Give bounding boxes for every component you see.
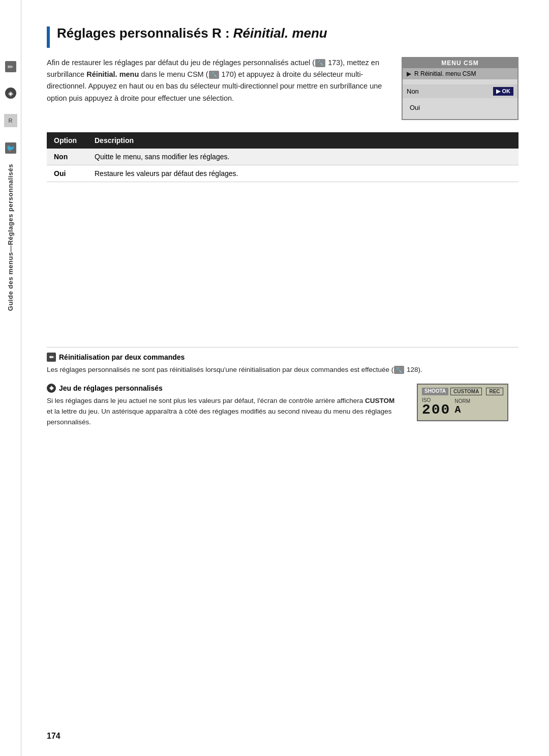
body-area: Afin de restaurer les réglages par défau… — [47, 57, 518, 120]
ref-icon-173: 🔧 — [315, 59, 325, 67]
camera-screen-menuitem-text: R Réinitial. menu CSM — [414, 70, 476, 77]
note1-text: Les réglages personnalisés ne sont pas r… — [47, 365, 518, 375]
lcd-tab-shoota: SHOOTA — [422, 388, 448, 395]
ok-button[interactable]: ▶ OK — [493, 87, 513, 96]
lcd-digits: 200 — [422, 403, 450, 417]
body-paragraph: Afin de restaurer les réglages par défau… — [47, 57, 386, 120]
camera-screen-arrow: ▶ — [407, 70, 411, 77]
note1-title-text: Réinitialisation par deux commandes — [59, 353, 185, 361]
table-col-option: Option — [47, 132, 87, 149]
table-cell-option-non: Non — [47, 149, 87, 165]
camera-screen-menu-item: ▶ R Réinitial. menu CSM — [403, 68, 517, 79]
camera-icon: ◈ — [47, 384, 56, 393]
camera-screen-non-row: Non ▶ OK — [403, 84, 517, 98]
lcd-right-col: NORM A — [454, 398, 470, 416]
title-text: Réglages personnalisés R : — [57, 25, 233, 41]
sidebar: ✏ ◈ R 🐦 Guide des menus—Réglages personn… — [0, 0, 21, 756]
lcd-norm-label: NORM — [454, 398, 470, 404]
note2-title-text: Jeu de réglages personnalisés — [59, 384, 163, 392]
table-cell-desc-oui: Restaure les valeurs par défaut des régl… — [87, 165, 518, 182]
main-content: Réglages personnalisés R : Réinitial. me… — [21, 0, 549, 756]
note1-title: ✏ Réinitialisation par deux commandes — [47, 353, 518, 362]
camera-screen-body: Non ▶ OK Oui — [403, 79, 517, 119]
content-spacer — [47, 194, 518, 337]
note2-text1: Si les réglages dans le jeu actuel ne so… — [47, 397, 365, 404]
table-cell-desc-non: Quitte le menu, sans modifier les réglag… — [87, 149, 518, 165]
option-name-non: Non — [54, 153, 68, 161]
camera-screen-oui: Oui — [410, 104, 420, 111]
option-name-oui: Oui — [54, 169, 66, 178]
page-number: 174 — [47, 732, 60, 741]
title-section: Réglages personnalisés R : Réinitial. me… — [47, 25, 518, 48]
body-ref1: 173 — [328, 59, 340, 67]
note1-text-end: ). — [418, 366, 422, 373]
camera-screen-non: Non — [407, 88, 419, 95]
note2-text2: et la lettre du jeu. Un astérisque appar… — [47, 408, 391, 426]
note2-bold1: CUSTOM — [365, 397, 394, 404]
lcd-display-container: SHOOTA CUSTOMA REC ISO 200 NORM A — [417, 384, 518, 436]
sidebar-icon-camera: ◈ — [5, 88, 16, 99]
note2-title: ◈ Jeu de réglages personnalisés — [47, 384, 402, 393]
note2-section: ◈ Jeu de réglages personnalisés Si les r… — [47, 384, 402, 436]
note1-ref: 128 — [407, 366, 418, 373]
note2-text: Si les réglages dans le jeu actuel ne so… — [47, 396, 402, 428]
lcd-top-row: SHOOTA CUSTOMA REC — [422, 388, 503, 395]
sidebar-icon-pencil: ✏ — [5, 61, 16, 72]
sidebar-rotated-label: Guide des menus—Réglages personnalisés — [7, 164, 14, 311]
note1-ref-icon: 🔧 — [394, 366, 404, 374]
page: ✏ ◈ R 🐦 Guide des menus—Réglages personn… — [0, 0, 549, 756]
options-table: Option Description Non Quitte le menu, s… — [47, 132, 518, 182]
lcd-tab-customa: CUSTOMA — [450, 388, 482, 395]
lcd-letter: A — [454, 404, 470, 416]
page-title: Réglages personnalisés R : Réinitial. me… — [57, 25, 327, 41]
ref-icon-170: 🔧 — [209, 71, 219, 79]
title-italic: Réinitial. menu — [233, 25, 327, 41]
sidebar-icon-bird: 🐦 — [5, 142, 16, 154]
camera-screen-oui-row: Oui — [410, 101, 510, 114]
body-ref2: 170 — [222, 70, 234, 78]
note1-text-main: Les réglages personnalisés ne sont pas r… — [47, 366, 393, 373]
table-row: Oui Restaure les valeurs par défaut des … — [47, 165, 518, 182]
lcd-left-col: ISO 200 — [422, 397, 450, 417]
bottom-area: ◈ Jeu de réglages personnalisés Si les r… — [47, 384, 518, 436]
sidebar-icons: ✏ ◈ R 🐦 — [4, 61, 17, 154]
table-header-row: Option Description — [47, 132, 518, 149]
table-row: Non Quitte le menu, sans modifier les ré… — [47, 149, 518, 165]
blue-accent-bar — [47, 26, 50, 48]
note-reinitialisation: ✏ Réinitialisation par deux commandes Le… — [47, 347, 518, 375]
camera-screen-title: MENU CSM — [403, 58, 517, 68]
lcd-display: SHOOTA CUSTOMA REC ISO 200 NORM A — [417, 384, 508, 421]
sidebar-icon-r: R — [4, 114, 17, 127]
pencil-icon: ✏ — [47, 353, 56, 362]
lcd-tab-rec: REC — [486, 388, 503, 395]
body-bold-reinitial: Réinitial. menu — [86, 70, 139, 78]
table-col-description: Description — [87, 132, 518, 149]
camera-screen-mockup: MENU CSM ▶ R Réinitial. menu CSM Non ▶ O… — [402, 57, 518, 120]
table-cell-option-oui: Oui — [47, 165, 87, 182]
lcd-middle-row: ISO 200 NORM A — [422, 397, 503, 417]
